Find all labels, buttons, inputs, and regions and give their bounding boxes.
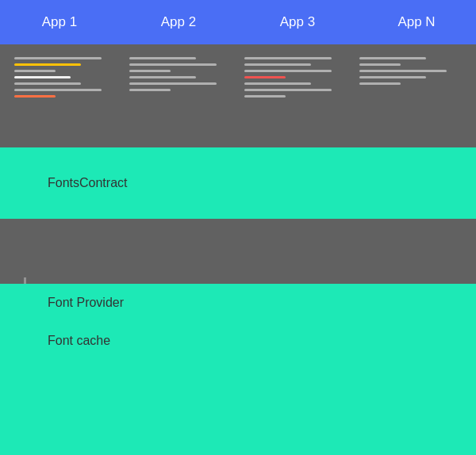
top-bar: App 1 App 2 App 3 App N xyxy=(0,0,476,44)
bottom-teal-block xyxy=(0,360,476,455)
diagram-area: FontsContract Font Provider xyxy=(0,44,476,455)
line-2 xyxy=(129,63,217,66)
line-7 xyxy=(14,95,56,98)
fonts-contract-label: FontsContract xyxy=(0,176,127,190)
font-cache-label: Font cache xyxy=(0,334,110,348)
tab-appn[interactable]: App N xyxy=(357,0,476,44)
line-6 xyxy=(244,89,332,91)
font-provider-label: Font Provider xyxy=(0,296,124,310)
font-cache-block: Font cache xyxy=(0,322,476,360)
line-2 xyxy=(14,63,81,66)
line-4 xyxy=(129,76,196,78)
appn-col xyxy=(353,52,468,140)
line-5 xyxy=(14,82,81,85)
line-5 xyxy=(244,82,311,85)
middle-dark-block xyxy=(0,219,476,284)
line-7 xyxy=(244,95,286,98)
line-6 xyxy=(14,89,102,91)
connector-bottom xyxy=(24,277,26,284)
line-1 xyxy=(14,57,102,59)
line-4 xyxy=(244,76,286,78)
line-5 xyxy=(359,82,401,85)
line-2 xyxy=(244,63,311,66)
line-4 xyxy=(359,76,426,78)
tab-app1[interactable]: App 1 xyxy=(0,0,119,44)
tab-app3[interactable]: App 3 xyxy=(238,0,357,44)
font-provider-block: Font Provider xyxy=(0,284,476,322)
app2-col xyxy=(123,52,238,140)
fonts-contract-block: FontsContract xyxy=(0,147,476,219)
line-3 xyxy=(14,70,56,72)
line-3 xyxy=(359,70,447,72)
app-columns xyxy=(8,52,468,140)
line-2 xyxy=(359,63,401,66)
line-1 xyxy=(359,57,426,59)
line-3 xyxy=(129,70,171,72)
app3-col xyxy=(238,52,353,140)
line-3 xyxy=(244,70,332,72)
line-1 xyxy=(129,57,196,59)
tab-app2[interactable]: App 2 xyxy=(119,0,238,44)
app1-col xyxy=(8,52,123,140)
app-processes-block xyxy=(0,44,476,147)
line-1 xyxy=(244,57,332,59)
line-6 xyxy=(129,89,171,91)
line-5 xyxy=(129,82,217,85)
line-4 xyxy=(14,76,71,78)
